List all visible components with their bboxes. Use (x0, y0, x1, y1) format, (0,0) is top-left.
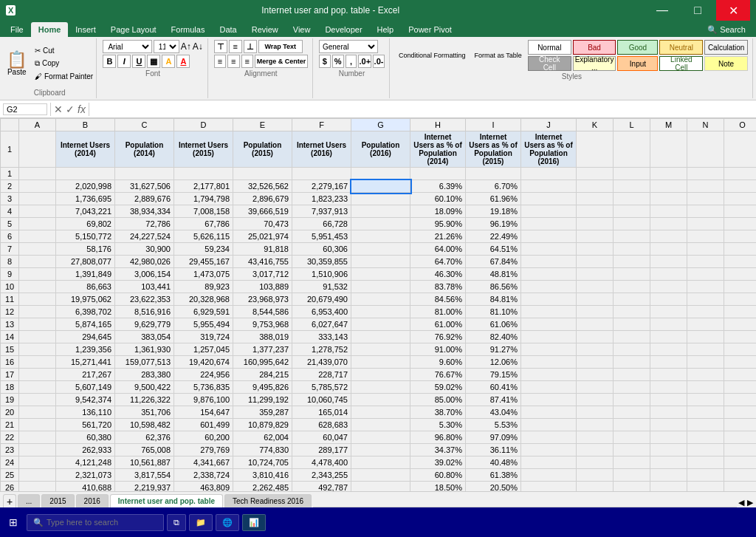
cell-o16[interactable] (724, 356, 757, 369)
cell-j5[interactable] (521, 218, 577, 230)
cell-i17[interactable]: 79.15% (466, 369, 521, 381)
cell-j18[interactable] (521, 381, 577, 394)
cell-d5[interactable]: 67,786 (174, 218, 233, 230)
cell-d9[interactable]: 1,473,075 (174, 268, 233, 281)
close-button[interactable]: ✕ (716, 0, 750, 21)
minimize-button[interactable]: — (645, 0, 679, 21)
cell-g4[interactable] (351, 205, 410, 218)
col-header-i[interactable]: I (466, 119, 521, 131)
row-header-16[interactable]: 16 (1, 356, 19, 369)
cell-d23[interactable]: 279,769 (174, 444, 233, 456)
tab-developer[interactable]: Developer (317, 22, 369, 37)
cell-c4[interactable]: 38,934,334 (115, 205, 174, 218)
decrease-decimal-button[interactable]: .0- (373, 55, 385, 68)
cell-e19[interactable]: 11,299,192 (233, 394, 292, 406)
col-header-n[interactable]: N (687, 119, 724, 131)
cell-a19[interactable] (19, 394, 56, 406)
cell-n1[interactable] (687, 131, 724, 168)
cell-d25[interactable]: 2,338,724 (174, 469, 233, 482)
cell-i4[interactable]: 19.18% (466, 205, 521, 218)
cell-h13[interactable]: 61.00% (410, 318, 466, 331)
cell-e15[interactable]: 1,377,237 (233, 343, 292, 356)
tab-review[interactable]: Review (244, 22, 286, 37)
cell-h25[interactable]: 60.80% (410, 469, 466, 482)
cell-f2[interactable]: 2,279,167 (292, 180, 351, 193)
cell-d7[interactable]: 59,234 (174, 243, 233, 256)
cell-d3[interactable]: 1,794,798 (174, 193, 233, 205)
cell-c1[interactable] (115, 168, 174, 180)
cell-o17[interactable] (724, 369, 757, 381)
cell-g21[interactable] (351, 419, 410, 431)
cell-n10[interactable] (687, 281, 724, 293)
style-check-cell[interactable]: Check Cell (528, 56, 571, 71)
cell-e21[interactable]: 10,879,829 (233, 419, 292, 431)
cell-f14[interactable]: 333,143 (292, 331, 351, 343)
cell-m20[interactable] (650, 406, 687, 419)
cell-j1[interactable] (521, 168, 577, 180)
percent-button[interactable]: % (332, 55, 344, 68)
cell-h4[interactable]: 18.09% (410, 205, 466, 218)
cell-k25[interactable] (577, 469, 614, 482)
cell-o1[interactable] (724, 131, 757, 168)
cell-e5[interactable]: 70,473 (233, 218, 292, 230)
cell-i7[interactable]: 64.51% (466, 243, 521, 256)
cell-m21[interactable] (650, 419, 687, 431)
cell-e12[interactable]: 8,544,586 (233, 306, 292, 318)
cell-g13[interactable] (351, 318, 410, 331)
cell-d2[interactable]: 2,177,801 (174, 180, 233, 193)
cell-h3[interactable]: 60.10% (410, 193, 466, 205)
cell-o20[interactable] (724, 406, 757, 419)
row-header-19[interactable]: 19 (1, 394, 19, 406)
cell-o24[interactable] (724, 456, 757, 469)
cell-m12[interactable] (650, 306, 687, 318)
cell-j7[interactable] (521, 243, 577, 256)
cell-b10[interactable]: 86,663 (56, 281, 115, 293)
cell-d16[interactable]: 19,420,674 (174, 356, 233, 369)
cell-m11[interactable] (650, 293, 687, 306)
sheet-tab-tech-readiness[interactable]: Tech Readiness 2016 (224, 494, 312, 507)
cell-o19[interactable] (724, 394, 757, 406)
col-header-m[interactable]: M (650, 119, 687, 131)
cell-b6[interactable]: 5,150,772 (56, 230, 115, 243)
cell-k5[interactable] (577, 218, 614, 230)
fill-color-button[interactable]: A (162, 55, 175, 68)
cell-c20[interactable]: 351,706 (115, 406, 174, 419)
cell-i10[interactable]: 86.56% (466, 281, 521, 293)
cell-c10[interactable]: 103,441 (115, 281, 174, 293)
cell-j6[interactable] (521, 230, 577, 243)
cell-j1[interactable]: Internet Users as % of Population (2016) (521, 131, 577, 168)
cell-j25[interactable] (521, 469, 577, 482)
cell-k6[interactable] (577, 230, 614, 243)
cell-i2[interactable]: 6.70% (466, 180, 521, 193)
cell-f26[interactable]: 492,787 (292, 482, 351, 492)
cell-l22[interactable] (614, 431, 650, 444)
cell-m16[interactable] (650, 356, 687, 369)
row-header-25[interactable]: 25 (1, 469, 19, 482)
format-table-button[interactable]: Format as Table (472, 50, 525, 61)
cell-h18[interactable]: 59.02% (410, 381, 466, 394)
cell-e18[interactable]: 9,495,826 (233, 381, 292, 394)
cell-i12[interactable]: 81.10% (466, 306, 521, 318)
cell-c2[interactable]: 31,627,506 (115, 180, 174, 193)
cell-g20[interactable] (351, 406, 410, 419)
cell-f22[interactable]: 60,047 (292, 431, 351, 444)
cell-g1[interactable]: Population (2016) (351, 131, 410, 168)
cell-n11[interactable] (687, 293, 724, 306)
cell-a20[interactable] (19, 406, 56, 419)
col-header-a[interactable]: A (19, 119, 56, 131)
cell-a7[interactable] (19, 243, 56, 256)
cell-k17[interactable] (577, 369, 614, 381)
cell-j2[interactable] (521, 180, 577, 193)
col-header-c[interactable]: C (115, 119, 174, 131)
style-note[interactable]: Note (704, 56, 748, 71)
cell-k8[interactable] (577, 256, 614, 268)
cell-j26[interactable] (521, 482, 577, 492)
cell-l11[interactable] (614, 293, 650, 306)
cell-k13[interactable] (577, 318, 614, 331)
cell-a3[interactable] (19, 193, 56, 205)
cell-j15[interactable] (521, 343, 577, 356)
cell-g17[interactable] (351, 369, 410, 381)
cell-h20[interactable]: 38.70% (410, 406, 466, 419)
cell-n24[interactable] (687, 456, 724, 469)
cell-j11[interactable] (521, 293, 577, 306)
